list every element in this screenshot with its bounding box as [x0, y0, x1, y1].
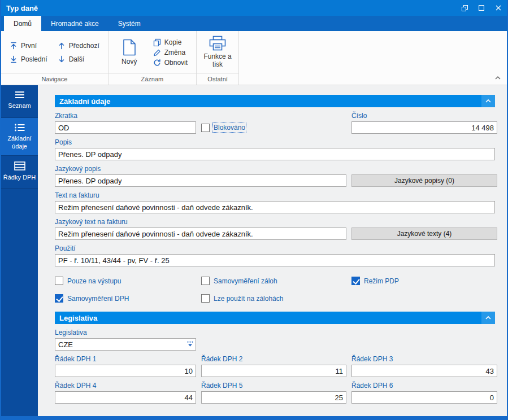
- sidebar-item-zakladni-udaje[interactable]: Základní údaje: [1, 118, 38, 156]
- next-record-button[interactable]: Další: [54, 54, 103, 64]
- sidebar-item-radky-dph[interactable]: Řádky DPH: [1, 156, 38, 189]
- first-record-button[interactable]: První: [6, 41, 51, 51]
- restore-window-button[interactable]: [456, 0, 473, 16]
- checkbox-pouze-na-vystupu[interactable]: Pouze na výstupu: [55, 277, 196, 285]
- pencil-icon: [153, 49, 161, 56]
- tab-hromadne-akce[interactable]: Hromadné akce: [41, 16, 108, 31]
- radek-dph-3-input[interactable]: [351, 365, 497, 377]
- app-window: Typ daně Domů Hromadné akce Systém První: [0, 0, 508, 420]
- maximize-button[interactable]: [473, 0, 490, 16]
- section-header-zakladni-udaje: Základní údaje: [55, 95, 495, 107]
- cislo-input[interactable]: [351, 121, 497, 134]
- popis-input[interactable]: [55, 148, 495, 160]
- first-icon: [10, 42, 18, 50]
- tab-system[interactable]: Systém: [108, 16, 150, 31]
- field-popis: Popis: [55, 138, 495, 160]
- last-icon: [10, 55, 18, 63]
- arrow-up-icon: [58, 42, 66, 50]
- next-record-label: Další: [69, 55, 84, 63]
- lze-pouzit-na-zalohach-checkbox-box[interactable]: [201, 294, 210, 303]
- field-radek-dph-1: Řádek DPH 1: [55, 351, 196, 377]
- field-jazykovy-text: Jazykový text na fakturu: [55, 213, 346, 240]
- jazykovy-popis-input[interactable]: [55, 174, 346, 187]
- zkratka-input[interactable]: [55, 121, 196, 134]
- samovymereni-dph-checkbox-box[interactable]: [55, 294, 63, 303]
- copy-record-button[interactable]: Kopie: [149, 37, 186, 47]
- jazykovy-popis-label: Jazykový popis: [55, 165, 346, 173]
- field-radek-dph-2: Řádek DPH 2: [201, 351, 346, 377]
- sidebar-item-label: Základní údaje: [3, 135, 36, 151]
- checkbox-blokovano[interactable]: Blokováno: [201, 124, 245, 132]
- radek-dph-4-input[interactable]: [55, 391, 196, 404]
- radek-dph-4-label: Řádek DPH 4: [55, 382, 196, 390]
- section-collapse-button[interactable]: [481, 312, 495, 324]
- samovymereni-zaloh-label: Samovyměření záloh: [214, 277, 277, 285]
- table-icon: [14, 161, 25, 170]
- rezim-pdp-label: Režim PDP: [364, 277, 399, 285]
- jazykove-popisy-button[interactable]: Jazykové popisy (0): [351, 174, 497, 187]
- section-legislativa: Legislativa Legislativa: [55, 312, 495, 404]
- lze-pouzit-na-zalohach-label: Lze použít na zálohách: [214, 295, 283, 303]
- field-cislo: Číslo: [351, 107, 497, 134]
- ribbon-tab-bar: Domů Hromadné akce Systém: [1, 16, 507, 31]
- last-record-button[interactable]: Poslední: [6, 54, 51, 64]
- window-controls: [456, 0, 507, 16]
- chevron-up-icon: [485, 316, 492, 320]
- field-text-na-fakturu: Text na fakturu: [55, 191, 495, 213]
- chevron-up-icon: [494, 76, 501, 80]
- edit-record-button[interactable]: Změna: [149, 47, 189, 58]
- detail-list-icon: [14, 124, 25, 132]
- field-pouziti: Použití: [55, 244, 495, 266]
- radek-dph-5-label: Řádek DPH 5: [201, 382, 346, 390]
- ribbon-toolbar: První Poslední Předchozí Další Navigace: [1, 31, 507, 85]
- text-na-fakturu-input[interactable]: [55, 201, 495, 213]
- legislativa-select[interactable]: [55, 338, 196, 351]
- pouze-na-vystupu-label: Pouze na výstupu: [67, 277, 121, 285]
- checkbox-samovymereni-zaloh[interactable]: Samovyměření záloh: [201, 277, 346, 285]
- legislativa-input[interactable]: [55, 338, 196, 351]
- edit-record-label: Změna: [164, 49, 185, 56]
- radek-dph-2-input[interactable]: [201, 365, 346, 377]
- radek-dph-6-input[interactable]: [351, 391, 497, 404]
- functions-print-button[interactable]: Funkce a tisk: [201, 33, 234, 71]
- new-record-button[interactable]: Nový: [113, 37, 146, 68]
- radek-dph-6-label: Řádek DPH 6: [351, 382, 497, 390]
- close-button[interactable]: [490, 0, 507, 16]
- radek-dph-5-input[interactable]: [201, 391, 346, 404]
- section-title: Základní údaje: [59, 97, 110, 106]
- radek-dph-1-input[interactable]: [55, 365, 196, 377]
- group-label-zaznam: Záznam: [108, 73, 196, 85]
- previous-record-button[interactable]: Předchozí: [54, 41, 103, 51]
- refresh-button[interactable]: Obnovit: [149, 58, 192, 68]
- samovymereni-zaloh-checkbox-box[interactable]: [201, 277, 210, 285]
- dropdown-icon[interactable]: [186, 341, 194, 347]
- close-icon: [496, 5, 501, 11]
- section-title: Legislativa: [59, 314, 97, 322]
- group-label-navigace: Navigace: [1, 73, 108, 85]
- rezim-pdp-checkbox-box[interactable]: [351, 277, 360, 285]
- blokovano-checkbox-box[interactable]: [201, 124, 210, 132]
- field-legislativa: Legislativa: [55, 324, 196, 351]
- sidebar-item-label: Seznam: [8, 102, 31, 110]
- radek-dph-3-label: Řádek DPH 3: [351, 355, 497, 363]
- samovymereni-dph-label: Samovyměření DPH: [67, 295, 129, 303]
- jazykovy-text-input[interactable]: [55, 228, 346, 240]
- checkbox-samovymereni-dph[interactable]: Samovyměření DPH: [55, 294, 196, 303]
- section-collapse-button[interactable]: [481, 95, 495, 107]
- refresh-label: Obnovit: [164, 59, 188, 67]
- maximize-icon: [479, 5, 484, 11]
- sidebar: Seznam Základní údaje Řádky DPH: [1, 85, 38, 416]
- copy-record-label: Kopie: [164, 38, 182, 46]
- checkbox-lze-pouzit-na-zalohach[interactable]: Lze použít na zálohách: [201, 294, 346, 303]
- window-title: Typ daně: [1, 4, 456, 12]
- ribbon-collapse-button[interactable]: [494, 73, 501, 82]
- sidebar-item-seznam[interactable]: Seznam: [1, 85, 38, 118]
- ribbon-group-zaznam: Nový Kopie Změna Obnovit: [108, 31, 197, 85]
- new-document-icon: [122, 39, 137, 56]
- checkbox-rezim-pdp[interactable]: Režim PDP: [351, 277, 497, 285]
- pouziti-input[interactable]: [55, 254, 495, 266]
- pouze-na-vystupu-checkbox-box[interactable]: [55, 277, 63, 285]
- list-icon: [14, 91, 25, 99]
- tab-domu[interactable]: Domů: [4, 16, 41, 31]
- jazykove-texty-button[interactable]: Jazykové texty (4): [351, 228, 497, 240]
